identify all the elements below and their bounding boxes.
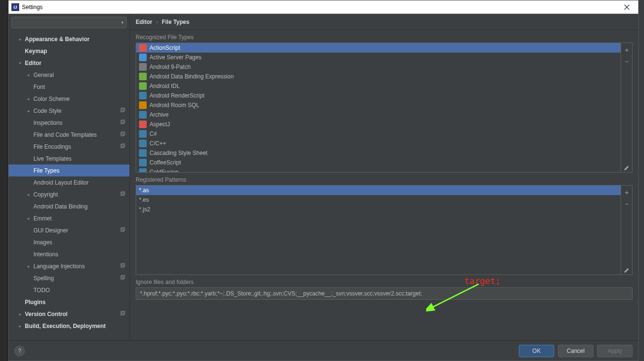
filetype-icon bbox=[139, 82, 147, 90]
svg-rect-9 bbox=[122, 143, 125, 147]
filetype-item[interactable]: Android IDL bbox=[136, 81, 621, 91]
chevron-icon[interactable] bbox=[17, 61, 23, 66]
pattern-item[interactable]: *.as bbox=[136, 186, 621, 195]
filetype-item[interactable]: Active Server Pages bbox=[136, 53, 621, 62]
sidebar-item-live-templates[interactable]: Live Templates bbox=[9, 153, 129, 164]
filetype-item[interactable]: CoffeeScript bbox=[136, 158, 621, 167]
filetype-label: Android RenderScript bbox=[150, 92, 204, 99]
pattern-item[interactable]: *.es bbox=[136, 195, 621, 205]
chevron-icon[interactable] bbox=[17, 37, 23, 42]
pattern-label: *.as bbox=[139, 187, 149, 194]
sidebar-item-general[interactable]: General bbox=[9, 69, 129, 81]
window-close-button[interactable] bbox=[618, 2, 635, 12]
sidebar-item-gui-designer[interactable]: GUI Designer bbox=[9, 224, 129, 236]
settings-search-input[interactable] bbox=[11, 17, 127, 28]
sidebar-item-file-and-code-templates[interactable]: File and Code Templates bbox=[9, 129, 129, 141]
filetype-label: Archive bbox=[150, 111, 169, 118]
apply-button[interactable]: Apply bbox=[597, 345, 633, 357]
sidebar-item-plugins[interactable]: Plugins bbox=[9, 296, 129, 308]
sidebar-item-emmet[interactable]: Emmet bbox=[9, 212, 129, 224]
add-pattern-button[interactable]: ＋ bbox=[623, 188, 631, 197]
svg-rect-4 bbox=[121, 120, 124, 124]
chevron-icon[interactable] bbox=[17, 312, 23, 317]
filetype-label: Android Room SQL bbox=[150, 102, 199, 109]
filetype-item[interactable]: ColdFusion bbox=[136, 167, 621, 172]
sidebar-item-android-data-binding[interactable]: Android Data Binding bbox=[9, 200, 129, 212]
remove-filetype-button[interactable]: － bbox=[623, 57, 631, 66]
ignore-label: Ignore files and folders bbox=[130, 275, 638, 287]
svg-rect-2 bbox=[121, 109, 124, 112]
breadcrumb: Editor › File Types bbox=[130, 14, 638, 30]
filetype-item[interactable]: Android RenderScript bbox=[136, 91, 621, 100]
chevron-icon[interactable] bbox=[17, 324, 23, 328]
filetype-item[interactable]: Android Room SQL bbox=[136, 100, 621, 110]
ignore-files-input[interactable] bbox=[136, 287, 633, 300]
per-project-icon bbox=[120, 191, 126, 197]
filetype-label: CoffeeScript bbox=[150, 159, 181, 166]
chevron-icon[interactable] bbox=[26, 73, 32, 77]
sidebar-item-label: GUI Designer bbox=[33, 227, 68, 234]
filetype-item[interactable]: Android Data Binding Expression bbox=[136, 72, 621, 81]
filetype-item[interactable]: C# bbox=[136, 129, 621, 139]
sidebar-item-file-types[interactable]: File Types bbox=[9, 164, 129, 176]
recognized-filetypes-panel: ActionScriptActive Server PagesAndroid 9… bbox=[136, 43, 633, 173]
per-project-icon bbox=[120, 120, 126, 125]
sidebar-item-copyright[interactable]: Copyright bbox=[9, 188, 129, 200]
filetype-item[interactable]: C/C++ bbox=[136, 139, 621, 148]
filetypes-list[interactable]: ActionScriptActive Server PagesAndroid 9… bbox=[136, 43, 621, 172]
pattern-item[interactable]: *.js2 bbox=[136, 205, 621, 214]
window-titlebar: IJ Settings bbox=[9, 0, 638, 14]
chevron-icon[interactable] bbox=[26, 97, 32, 101]
sidebar-item-color-scheme[interactable]: Color Scheme bbox=[9, 93, 129, 105]
filetype-item[interactable]: Cascading Style Sheet bbox=[136, 148, 621, 158]
chevron-icon[interactable] bbox=[26, 109, 32, 113]
sidebar-item-label: Keymap bbox=[25, 48, 47, 55]
sidebar-item-build-execution-deployment[interactable]: Build, Execution, Deployment bbox=[9, 320, 129, 332]
sidebar-item-spelling[interactable]: Spelling bbox=[9, 272, 129, 284]
filetype-icon bbox=[139, 111, 147, 119]
sidebar-item-label: Live Templates bbox=[33, 155, 72, 162]
filetype-icon bbox=[139, 73, 147, 80]
breadcrumb-editor[interactable]: Editor bbox=[136, 19, 152, 25]
sidebar-item-todo[interactable]: TODO bbox=[9, 284, 129, 296]
remove-pattern-button[interactable]: － bbox=[623, 200, 631, 208]
patterns-tools: ＋ － bbox=[621, 186, 632, 274]
filetype-item[interactable]: ActionScript bbox=[136, 43, 621, 53]
cancel-button[interactable]: Cancel bbox=[558, 345, 593, 357]
patterns-list[interactable]: *.as*.es*.js2 bbox=[136, 186, 621, 274]
help-button[interactable]: ? bbox=[14, 346, 25, 356]
filetype-icon bbox=[139, 130, 147, 138]
chevron-icon[interactable] bbox=[26, 264, 32, 269]
sidebar-item-language-injections[interactable]: Language Injections bbox=[9, 260, 129, 272]
chevron-icon[interactable] bbox=[26, 216, 32, 221]
svg-rect-19 bbox=[122, 311, 125, 314]
sidebar-item-editor[interactable]: Editor bbox=[9, 57, 129, 69]
sidebar-item-intentions[interactable]: Intentions bbox=[9, 248, 129, 260]
sidebar-item-appearance-behavior[interactable]: Appearance & Behavior bbox=[9, 33, 129, 45]
sidebar-item-label: File Encodings bbox=[33, 143, 71, 150]
sidebar-item-version-control[interactable]: Version Control bbox=[9, 308, 129, 320]
svg-rect-10 bbox=[121, 192, 124, 196]
filetype-item[interactable]: Archive bbox=[136, 110, 621, 120]
sidebar-item-keymap[interactable]: Keymap bbox=[9, 45, 129, 57]
sidebar-item-font[interactable]: Font bbox=[9, 81, 129, 93]
settings-tree[interactable]: Appearance & BehaviorKeymapEditorGeneral… bbox=[9, 31, 129, 341]
sidebar-item-file-encodings[interactable]: File Encodings bbox=[9, 141, 129, 153]
sidebar-item-android-layout-editor[interactable]: Android Layout Editor bbox=[9, 176, 129, 188]
svg-rect-8 bbox=[121, 144, 124, 148]
edit-pattern-button[interactable] bbox=[623, 266, 631, 274]
sidebar-item-code-style[interactable]: Code Style bbox=[9, 105, 129, 117]
filetype-item[interactable]: Android 9-Patch bbox=[136, 62, 621, 72]
chevron-icon[interactable] bbox=[26, 192, 32, 197]
chevron-down-icon[interactable]: ▾ bbox=[121, 20, 124, 25]
per-project-icon bbox=[120, 263, 126, 269]
sidebar-item-images[interactable]: Images bbox=[9, 236, 129, 248]
ok-button[interactable]: OK bbox=[519, 345, 554, 357]
sidebar-item-label: Inspections bbox=[33, 120, 63, 126]
filetype-item[interactable]: AspectJ bbox=[136, 120, 621, 129]
sidebar-item-inspections[interactable]: Inspections bbox=[9, 117, 129, 129]
add-filetype-button[interactable]: ＋ bbox=[623, 46, 631, 55]
edit-filetype-button[interactable] bbox=[623, 164, 631, 172]
sidebar-item-label: Intentions bbox=[33, 251, 58, 258]
filetype-label: Active Server Pages bbox=[150, 54, 202, 61]
